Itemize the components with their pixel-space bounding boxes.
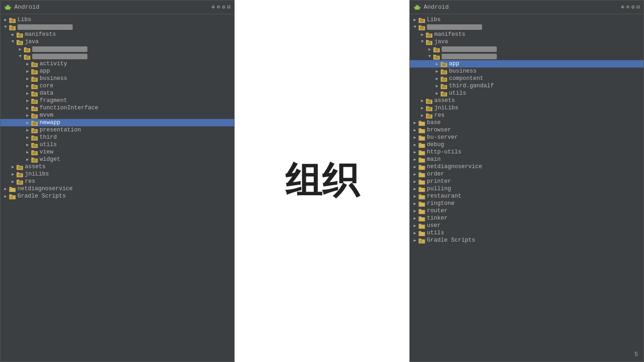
svg-rect-45	[31, 106, 34, 107]
tree-item-data[interactable]: data	[0, 90, 234, 97]
tree-item-app[interactable]: app	[0, 68, 234, 75]
tree-item-third[interactable]: third	[0, 134, 234, 141]
tree-item-netdiagnoservice[interactable]: netdiagnoservice	[0, 185, 234, 192]
item-label-browser: browser	[427, 127, 451, 133]
right-panel-content: Libs manifests java app business compont…	[410, 14, 644, 362]
tree-item-gradle-scripts[interactable]: G Gradle Scripts	[0, 192, 234, 200]
item-label-third.gandalf: third.gandalf	[449, 83, 494, 89]
item-label-pkg1	[32, 46, 87, 52]
tree-item-jniLibs[interactable]: jniLibs	[0, 170, 234, 178]
tree-item-order[interactable]: order	[410, 170, 644, 178]
tree-item-libs[interactable]: Libs	[410, 16, 644, 23]
tree-item-main-module[interactable]	[410, 23, 644, 31]
arrow-view	[24, 149, 31, 155]
svg-rect-130	[427, 107, 431, 110]
folder-icon-utils	[31, 142, 38, 148]
tree-item-base[interactable]: base	[410, 119, 644, 126]
arrow-debug	[412, 141, 418, 148]
tree-item-pkg1[interactable]	[410, 45, 644, 53]
tree-item-fragment[interactable]: fragment	[0, 97, 234, 104]
tree-item-presentation[interactable]: presentation	[0, 126, 234, 134]
tree-item-core[interactable]: core	[0, 82, 234, 90]
tree-item-bu-server[interactable]: bu-server	[410, 134, 644, 141]
tree-item-http-utils[interactable]: http-utils	[410, 148, 644, 156]
svg-point-2	[6, 5, 7, 6]
svg-rect-145	[420, 144, 424, 147]
tree-item-restaurant[interactable]: restaurant	[410, 192, 644, 200]
tree-item-debug[interactable]: debug	[410, 141, 644, 148]
folder-icon-browser	[418, 127, 426, 133]
tree-item-utils[interactable]: utils	[0, 141, 234, 148]
tree-item-compontent[interactable]: compontent	[410, 75, 644, 82]
tree-item-utils-mod[interactable]: utils	[410, 229, 644, 237]
tree-item-business[interactable]: business	[410, 68, 644, 75]
tree-item-assets[interactable]: assets	[0, 163, 234, 170]
svg-rect-19	[18, 41, 22, 44]
tree-item-activity[interactable]: activity	[0, 60, 234, 68]
arrow-ringtone	[412, 200, 418, 207]
collapse-icon-r[interactable]: ⊟	[637, 4, 640, 11]
arrow-compontent	[434, 75, 440, 82]
folder-icon-third	[31, 135, 38, 141]
tree-item-widget[interactable]: widget	[0, 156, 234, 163]
tree-item-view[interactable]: view	[0, 148, 234, 156]
collapse-icon[interactable]: ⊟	[227, 4, 230, 11]
svg-rect-97	[420, 27, 424, 29]
gear-icon-r[interactable]: ⚙	[632, 4, 635, 11]
tree-item-pkg2[interactable]	[0, 53, 234, 60]
tree-item-mvvm[interactable]: mvvm	[0, 112, 234, 119]
tree-item-ringtone[interactable]: ringtone	[410, 200, 644, 207]
item-label-jniLibs: jniLibs	[434, 105, 459, 111]
svg-rect-147	[419, 150, 421, 152]
tree-item-printer[interactable]: printer	[410, 178, 644, 185]
filter-icon-r[interactable]: ⊜	[626, 4, 629, 11]
svg-rect-25	[25, 56, 29, 59]
svg-rect-159	[419, 180, 421, 181]
tree-item-newapp[interactable]: newapp	[0, 119, 234, 126]
tree-item-jniLibs[interactable]: jniLibs	[410, 104, 644, 112]
svg-rect-109	[435, 56, 438, 59]
tree-item-main-module[interactable]	[0, 23, 234, 31]
folder-icon-res	[16, 179, 23, 185]
tree-item-router[interactable]: router	[410, 207, 644, 215]
sync-icon[interactable]: ⊕	[212, 4, 215, 11]
tree-item-third.gandalf[interactable]: third.gandalf	[410, 82, 644, 90]
tree-item-functionInterface[interactable]: functionInterface	[0, 104, 234, 112]
arrow-order	[412, 171, 418, 177]
filter-icon[interactable]: ⊜	[217, 4, 220, 11]
svg-rect-40	[33, 93, 36, 96]
center-label: 组织	[285, 156, 359, 206]
arrow-netdiagnoservice	[2, 186, 9, 192]
tree-item-utils2[interactable]: utils	[410, 90, 644, 97]
item-label-manifests: manifests	[25, 31, 56, 38]
tree-item-gradle-scripts[interactable]: G Gradle Scripts	[410, 237, 644, 244]
tree-item-res[interactable]: res	[0, 178, 234, 185]
svg-rect-76	[18, 181, 22, 184]
tree-item-java[interactable]: java	[0, 38, 234, 45]
tree-item-user[interactable]: user	[410, 222, 644, 229]
tree-item-main[interactable]: main	[410, 156, 644, 163]
svg-rect-115	[442, 71, 446, 74]
tree-item-browser[interactable]: browser	[410, 126, 644, 134]
tree-item-pkg1[interactable]	[0, 45, 234, 53]
tree-item-netdiagnoservice[interactable]: netdiagnoservice	[410, 163, 644, 170]
tree-item-assets[interactable]: assets	[410, 97, 644, 104]
tree-item-java[interactable]: java	[410, 38, 644, 45]
folder-icon-gradle-scripts: G	[418, 238, 426, 243]
svg-rect-64	[33, 152, 36, 154]
tree-item-libs[interactable]: Libs	[0, 16, 234, 23]
tree-item-pkg2[interactable]	[410, 53, 644, 60]
tree-item-tinker[interactable]: tinker	[410, 215, 644, 222]
tree-item-manifests[interactable]: manifests	[410, 31, 644, 38]
tree-item-app[interactable]: app	[410, 60, 644, 68]
svg-rect-114	[441, 69, 443, 71]
svg-rect-39	[31, 91, 34, 93]
folder-icon-base	[418, 120, 426, 126]
arrow-utils2	[434, 90, 440, 96]
tree-item-res[interactable]: res	[410, 112, 644, 119]
gear-icon[interactable]: ⚙	[222, 4, 225, 11]
tree-item-manifests[interactable]: manifests	[0, 31, 234, 38]
tree-item-business[interactable]: business	[0, 75, 234, 82]
tree-item-pulling[interactable]: pulling	[410, 185, 644, 192]
sync-icon-r[interactable]: ⊕	[621, 4, 624, 11]
